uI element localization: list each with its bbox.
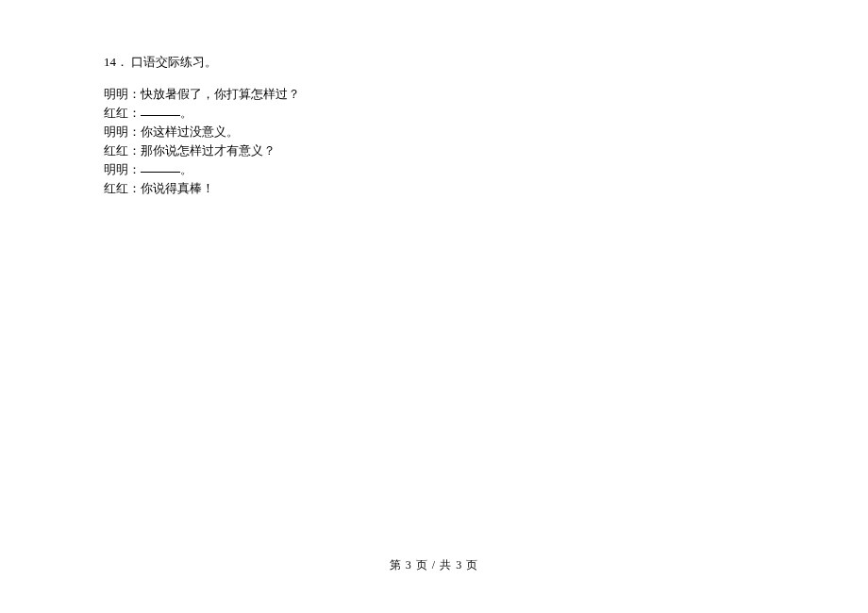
dialogue-line: 明明：。 — [104, 160, 764, 179]
dialogue-text: 快放暑假了，你打算怎样过？ — [141, 87, 300, 101]
dialogue-text: 那你说怎样过才有意义？ — [141, 143, 275, 157]
dialogue-line: 明明：快放暑假了，你打算怎样过？ — [104, 85, 764, 104]
dialogue-text: 。 — [180, 106, 192, 120]
speaker-label: 红红： — [104, 106, 141, 120]
dialogue-text: 你说得真棒！ — [141, 181, 214, 195]
speaker-label: 红红： — [104, 181, 141, 195]
question-header: 14． 口语交际练习。 — [104, 53, 764, 72]
question-title: 口语交际练习。 — [131, 55, 217, 69]
dialogue-text: 。 — [180, 162, 192, 176]
dialogue-line: 红红：。 — [104, 104, 764, 123]
dialogue-line: 红红：你说得真棒！ — [104, 179, 764, 198]
speaker-label: 红红： — [104, 143, 141, 157]
question-number: 14． — [104, 55, 128, 69]
document-content: 14． 口语交际练习。 明明：快放暑假了，你打算怎样过？ 红红：。 明明：你这样… — [0, 0, 868, 197]
dialogue-text: 你这样过没意义。 — [141, 124, 239, 139]
page-indicator: 第 3 页 / 共 3 页 — [390, 558, 478, 572]
speaker-label: 明明： — [104, 87, 141, 101]
page-footer: 第 3 页 / 共 3 页 — [0, 557, 868, 573]
fill-blank[interactable] — [141, 104, 180, 116]
fill-blank[interactable] — [141, 160, 180, 173]
dialogue-line: 红红：那你说怎样过才有意义？ — [104, 141, 764, 160]
dialogue-line: 明明：你这样过没意义。 — [104, 123, 764, 141]
speaker-label: 明明： — [104, 124, 141, 139]
speaker-label: 明明： — [104, 162, 141, 176]
